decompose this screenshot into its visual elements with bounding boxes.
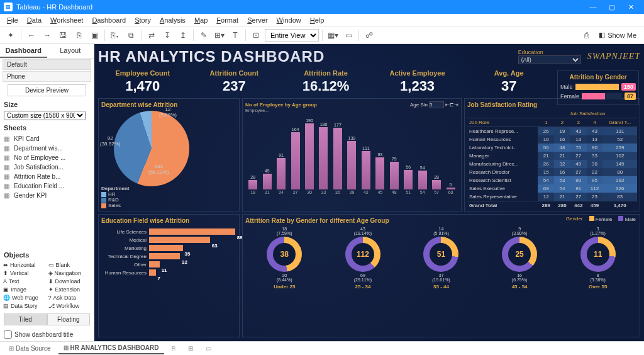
job-satisfaction-card[interactable]: Job Satisfaction Rating Job Satisfaction… bbox=[464, 98, 640, 211]
age-bin-input[interactable] bbox=[429, 101, 444, 108]
age-bin-control[interactable]: Age Bin ⇤⊏⇥ bbox=[410, 101, 458, 108]
object-download[interactable]: ⬇Download bbox=[48, 278, 92, 285]
menu-help[interactable]: Help bbox=[306, 15, 329, 25]
object-data-story[interactable]: ▤Data Story bbox=[3, 302, 47, 310]
object-icon: ⎇ bbox=[48, 303, 55, 309]
maximize-button[interactable]: ▢ bbox=[602, 3, 621, 11]
group-button[interactable]: ⊞▾ bbox=[213, 29, 226, 42]
sheet-item[interactable]: ▦Attrition Rate b... bbox=[0, 172, 94, 181]
app-icon: ⊞ bbox=[4, 3, 13, 11]
guide-icon[interactable]: ⎙ bbox=[579, 29, 593, 42]
menu-map[interactable]: Map bbox=[190, 15, 212, 25]
fit-selector[interactable]: Entire View bbox=[265, 29, 319, 42]
sort-asc-button[interactable]: ↧ bbox=[160, 29, 174, 42]
new-worksheet-tab[interactable]: ⎘ bbox=[167, 343, 180, 354]
duplicate-button[interactable]: ⧉ bbox=[124, 29, 138, 42]
attrition-by-gender-card[interactable]: Attrition by Gender Male150 Female87 bbox=[557, 70, 639, 105]
device-phone[interactable]: Phone bbox=[3, 71, 91, 82]
device-preview-button[interactable]: Device Preview bbox=[8, 84, 86, 96]
menu-worksheet[interactable]: Worksheet bbox=[46, 15, 87, 25]
new-worksheet-button[interactable]: ⎘▾ bbox=[108, 29, 122, 42]
highlight-button[interactable]: ✎ bbox=[197, 29, 211, 42]
minimize-button[interactable]: — bbox=[584, 3, 602, 11]
object-icon: ? bbox=[48, 295, 52, 301]
sheet-item[interactable]: ▦Gender KPI bbox=[0, 191, 94, 200]
toolbar: ✦ ← → 🖫 ⎘ ▣ ⎘▾ ⧉ ⇄ ↧ ↥ ✎ ⊞▾ T ⊡ Entire V… bbox=[0, 26, 644, 44]
menu-file[interactable]: File bbox=[3, 15, 23, 25]
object-text[interactable]: AText bbox=[3, 278, 47, 285]
sheet-item[interactable]: ▦Department wis... bbox=[0, 144, 94, 153]
object-icon: ▭ bbox=[48, 262, 54, 268]
save-button[interactable]: 🖫 bbox=[56, 29, 70, 42]
menu-window[interactable]: Window bbox=[272, 15, 306, 25]
dashboard-canvas[interactable]: HR ANALYTICS DASHBOARD Education (All) S… bbox=[94, 44, 644, 341]
device-default[interactable]: Default bbox=[3, 59, 91, 70]
pause-button[interactable]: ▣ bbox=[87, 29, 101, 42]
forward-button[interactable]: → bbox=[40, 29, 54, 42]
menu-server[interactable]: Server bbox=[243, 15, 272, 25]
menu-data[interactable]: Data bbox=[23, 15, 46, 25]
back-button[interactable]: ← bbox=[25, 29, 38, 42]
left-panel: Dashboard Layout Default Phone Device Pr… bbox=[0, 44, 94, 341]
new-story-tab[interactable]: ▭ bbox=[201, 343, 216, 354]
sheet-item[interactable]: ▦KPI Card bbox=[0, 134, 94, 144]
tab-dashboard[interactable]: Dashboard bbox=[0, 44, 47, 58]
slider-icon[interactable]: ⇤⊏⇥ bbox=[445, 102, 458, 108]
menu-format[interactable]: Format bbox=[212, 15, 243, 25]
donut-45---54: 9(3.80%)2516(6.75%)45 - 54 bbox=[502, 227, 537, 290]
object-blank[interactable]: ▭Blank bbox=[48, 261, 92, 269]
fix-axes-button[interactable]: ⊡ bbox=[249, 29, 263, 42]
object-image[interactable]: ▣Image bbox=[3, 286, 47, 293]
education-attrition-card[interactable]: Education Field wise Attrition Life Scie… bbox=[98, 214, 240, 337]
cards-button[interactable]: ▦▾ bbox=[326, 29, 340, 42]
object-navigation[interactable]: ◈Navigation bbox=[48, 269, 92, 277]
labels-button[interactable]: T bbox=[228, 29, 242, 42]
menu-analysis[interactable]: Analysis bbox=[155, 15, 190, 25]
show-title-input[interactable] bbox=[4, 330, 12, 339]
kpi-card: Employee Count1,470 bbox=[98, 68, 187, 96]
show-title-checkbox[interactable]: Show dashboard title bbox=[0, 328, 94, 341]
age-histogram-card[interactable]: No of Employee by Age group Age Bin ⇤⊏⇥ … bbox=[242, 98, 462, 211]
datasource-tab[interactable]: ⊞Data Source bbox=[4, 343, 56, 354]
active-sheet-tab[interactable]: ⊞HR ANALYTICS DASHBOARD bbox=[58, 342, 164, 354]
donut-over-55: 3(1.27%)118(3.38%)Over 55 bbox=[580, 227, 616, 290]
kpi-card: Attrition Count237 bbox=[190, 68, 279, 96]
sheet-icon: ▦ bbox=[4, 183, 11, 189]
sheet-item[interactable]: ▦Job Satisfaction... bbox=[0, 162, 94, 172]
size-selector[interactable]: Custom size (1580 x 900) bbox=[4, 111, 86, 120]
presentation-button[interactable]: ▭ bbox=[341, 29, 355, 42]
sheet-item[interactable]: ▦No of Employee ... bbox=[0, 153, 94, 162]
tab-layout[interactable]: Layout bbox=[47, 44, 94, 58]
tableau-logo-icon[interactable]: ✦ bbox=[4, 29, 18, 42]
tiled-button[interactable]: Tiled bbox=[4, 313, 47, 325]
object-horizontal[interactable]: ⬌Horizontal bbox=[3, 261, 47, 269]
show-me-button[interactable]: ◧Show Me bbox=[595, 31, 640, 39]
sheet-icon: ▦ bbox=[4, 145, 11, 152]
edu-title: Education Field wise Attrition bbox=[101, 217, 236, 224]
sort-desc-button[interactable]: ↥ bbox=[176, 29, 190, 42]
object-workflow[interactable]: ⎇Workflow bbox=[48, 302, 92, 310]
close-button[interactable]: ✕ bbox=[621, 3, 640, 11]
sheet-item[interactable]: ▦Education Field ... bbox=[0, 181, 94, 191]
dept-legend: Department HR R&D Sales bbox=[101, 186, 129, 208]
floating-button[interactable]: Floating bbox=[47, 313, 91, 325]
object-ask-data[interactable]: ?Ask Data bbox=[48, 294, 92, 301]
sheet-icon: ▦ bbox=[4, 173, 11, 180]
dept-attrition-card[interactable]: Department wise Attrition 133(56.12%) 92… bbox=[98, 98, 240, 211]
kpi-card: Attrition Rate16.12% bbox=[281, 68, 370, 96]
age-histogram: 2818452191241642719030180331773613939111… bbox=[245, 113, 458, 194]
attrition-by-gender-age-card[interactable]: Attrition Rate by Gender for different A… bbox=[242, 214, 640, 337]
object-vertical[interactable]: ⬍Vertical bbox=[3, 269, 47, 277]
new-dashboard-tab[interactable]: ⊞ bbox=[183, 343, 198, 354]
education-filter[interactable]: (All) bbox=[518, 55, 581, 64]
dashboard-icon: ⊞ bbox=[64, 344, 69, 351]
object-icon: ▣ bbox=[3, 286, 9, 293]
menu-dashboard[interactable]: Dashboard bbox=[87, 15, 130, 25]
dashboard-title: HR ANALYTICS DASHBOARD bbox=[98, 48, 512, 65]
new-datasource-button[interactable]: ⎘ bbox=[72, 29, 86, 42]
menu-story[interactable]: Story bbox=[130, 15, 155, 25]
object-extension[interactable]: ✦Extension bbox=[48, 286, 92, 293]
swap-button[interactable]: ⇄ bbox=[145, 29, 158, 42]
share-button[interactable]: ☍ bbox=[362, 29, 376, 42]
object-web-page[interactable]: 🌐Web Page bbox=[3, 294, 47, 301]
